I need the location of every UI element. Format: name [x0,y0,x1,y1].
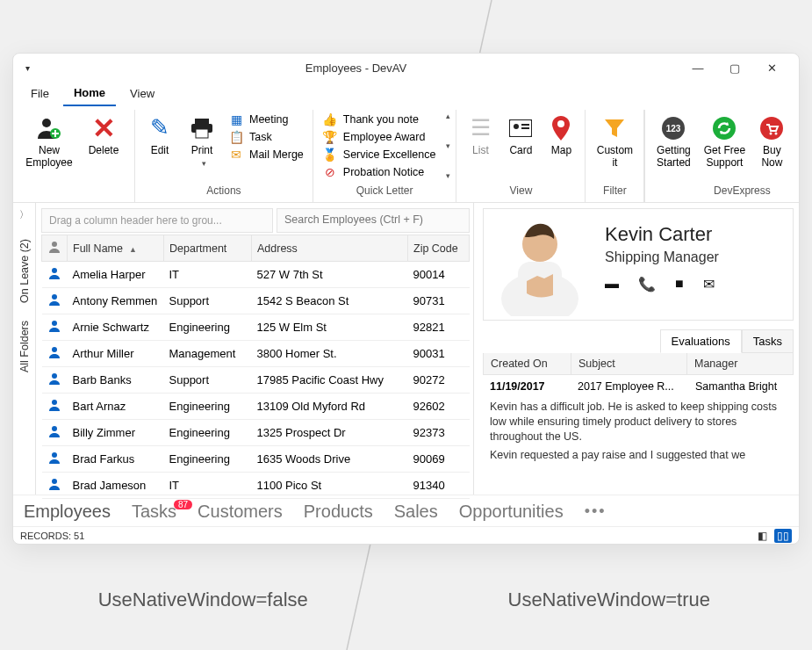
nav-products[interactable]: Products [304,502,373,522]
chevron-down-icon[interactable]: ▾ [446,141,450,150]
group-label-quick: Quick Letter [319,183,451,200]
table-row[interactable]: Arthur Miller Management 3800 Homer St. … [42,341,470,367]
table-row[interactable]: Antony Remmen Support 1542 S Beacon St 9… [42,288,470,314]
side-tab-on-leave[interactable]: On Leave (2) [18,239,31,303]
chat-icon[interactable]: ▬ [605,276,619,292]
table-row[interactable]: Brad Farkus Engineering 1635 Woods Drive… [42,446,470,473]
svg-point-10 [557,120,564,127]
chevron-right-icon[interactable]: 〉 [19,208,29,221]
nav-customers[interactable]: Customers [198,502,283,522]
cell-dept: Management [164,341,252,367]
close-button[interactable]: ✕ [753,55,790,80]
search-input[interactable] [277,208,470,233]
get-support-button[interactable]: Get Free Support [700,110,749,170]
minimize-button[interactable]: — [679,55,716,80]
eval-header: Created On Subject Manager [483,353,794,375]
table-row[interactable]: Billy Zimmer Engineering 1325 Prospect D… [42,420,470,446]
edit-button[interactable]: ✎ Edit [140,110,179,157]
nav-employees[interactable]: Employees [24,502,111,522]
cell-name: Amelia Harper [68,262,164,288]
cell-name: Bart Arnaz [68,394,164,420]
employee-grid[interactable]: Full Name ▲ Department Address Zip Code … [41,235,470,499]
group-label-actions: Actions [140,183,307,200]
printer-icon [190,113,214,143]
cell-zip: 90014 [408,262,470,288]
col-created[interactable]: Created On [484,353,571,374]
getting-started-button[interactable]: 123 Getting Started [650,110,696,170]
print-button[interactable]: Print▾ [183,110,221,170]
search-field[interactable] [284,213,462,226]
new-employee-label: New Employee [25,145,72,170]
svg-point-27 [52,426,57,431]
app-window: ▾ Employees - DevAV — ▢ ✕ File Home View… [12,53,800,545]
card-view-button[interactable]: Card [502,110,539,157]
col-subject[interactable]: Subject [571,353,687,374]
video-icon[interactable]: ■ [675,276,684,292]
col-addr[interactable]: Address [252,235,408,262]
tab-evaluations[interactable]: Evaluations [660,329,742,353]
ribbon: New Employee ✕ Delete ✎ Edit [13,106,799,203]
excellence-button[interactable]: 🏅Service Excellence [319,147,440,162]
tab-tasks[interactable]: Tasks [742,329,794,353]
chevron-up-icon[interactable]: ▴ [446,112,450,120]
table-row[interactable]: Barb Banks Support 17985 Pacific Coast H… [42,367,470,394]
mail-merge-button[interactable]: ✉Mail Merge [225,147,307,162]
map-view-button[interactable]: Map [543,110,579,157]
layout-icon-1[interactable]: ◧ [753,529,771,543]
phone-icon[interactable]: 📞 [638,276,656,292]
cell-addr: 1635 Woods Drive [252,446,408,473]
person-icon [42,288,68,314]
maximize-button[interactable]: ▢ [716,55,753,80]
cell-addr: 527 W 7th St [252,262,408,288]
card-icon [509,113,532,143]
new-employee-button[interactable]: New Employee [24,110,75,170]
task-button[interactable]: 📋Task [225,129,307,145]
cell-dept: Engineering [164,420,252,446]
table-row[interactable]: Arnie Schwartz Engineering 125 W Elm St … [42,314,470,341]
person-icon [42,446,68,473]
svg-point-7 [514,124,519,129]
thank-you-button[interactable]: 👍Thank you note [319,112,440,127]
nav-opportunities[interactable]: Opportunities [459,502,564,522]
menu-view[interactable]: View [119,83,165,105]
col-zip[interactable]: Zip Code [408,235,470,262]
cell-zip: 90069 [408,446,470,473]
nav-sales[interactable]: Sales [394,502,438,522]
menu-file[interactable]: File [20,83,60,105]
custom-filter-button[interactable]: Custom it [591,110,638,170]
nav-more-icon[interactable]: ••• [585,502,607,521]
award-label: Employee Award [343,131,426,143]
menu-home[interactable]: Home [63,83,116,106]
email-icon[interactable]: ✉ [703,276,715,292]
probation-button[interactable]: ⊘Probation Notice [319,164,440,180]
table-row[interactable]: Bart Arnaz Engineering 13109 Old Myford … [42,394,470,420]
dropdown-icon[interactable]: ▾ [446,171,450,180]
cart-icon [759,113,784,143]
award-button[interactable]: 🏆Employee Award [319,129,440,145]
svg-point-13 [713,117,736,140]
nav-tasks[interactable]: Tasks87 [132,502,176,522]
task-label: Task [249,131,272,143]
list-view-button[interactable]: ☰ List [462,110,499,157]
layout-icon-2[interactable]: ▯▯ [774,529,792,543]
col-dept[interactable]: Department [164,235,252,262]
about-button[interactable]: About [794,110,800,157]
eval-created: 11/19/2017 [483,379,571,394]
side-tab-all-folders[interactable]: All Folders [18,321,31,372]
group-drop-area[interactable]: Drag a column header here to grou... [41,208,273,233]
col-manager[interactable]: Manager [687,353,793,374]
mail-merge-label: Mail Merge [249,148,304,161]
svg-point-23 [52,321,57,326]
cell-dept: IT [164,262,252,288]
svg-rect-9 [521,127,529,129]
pin-icon [552,113,570,143]
meeting-button[interactable]: ▦Meeting [225,112,307,127]
table-row[interactable]: Amelia Harper IT 527 W 7th St 90014 [42,262,470,288]
col-icon[interactable] [42,235,68,262]
delete-button[interactable]: ✕ Delete [78,110,129,157]
buy-now-button[interactable]: Buy Now [752,110,791,170]
app-icon: ▾ [22,63,32,73]
eval-row[interactable]: 11/19/2017 2017 Employee R... Samantha B… [483,375,794,398]
cell-dept: Support [164,288,252,314]
col-name[interactable]: Full Name ▲ [68,235,164,262]
